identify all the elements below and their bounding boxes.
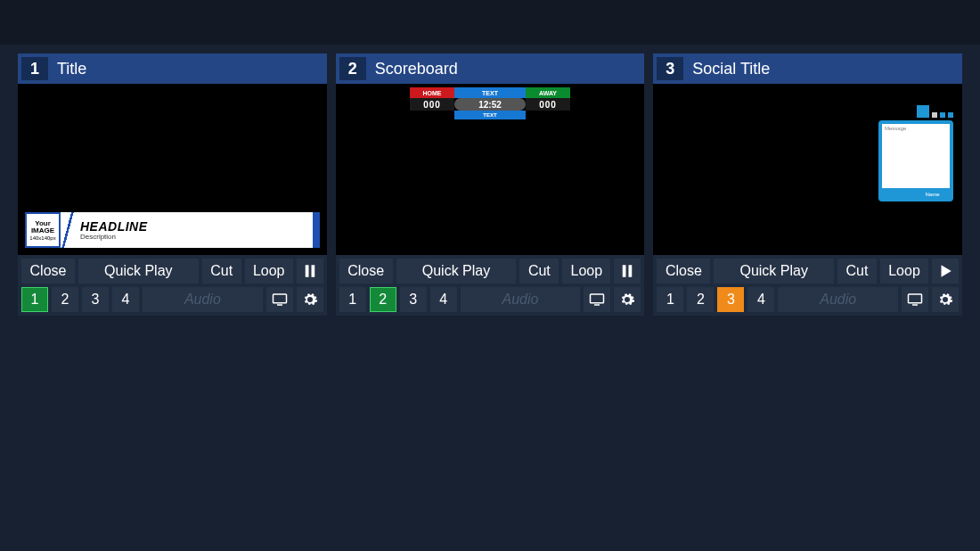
lt-img-line3: 140x140px	[29, 235, 55, 241]
display-button[interactable]	[902, 287, 928, 312]
preset-3-button[interactable]: 3	[400, 287, 427, 312]
close-button[interactable]: Close	[657, 259, 710, 284]
settings-button[interactable]	[614, 287, 641, 312]
svg-rect-9	[912, 304, 918, 306]
display-button[interactable]	[266, 287, 293, 312]
lt-description: Description	[80, 233, 313, 241]
controls-row-1: Close Quick Play Cut Loop	[18, 255, 327, 285]
lower-third-image-placeholder: Your IMAGE 140x140px	[25, 212, 61, 248]
lower-third: Your IMAGE 140x140px HEADLINE Descriptio…	[25, 212, 320, 248]
pause-button[interactable]	[297, 259, 323, 284]
pause-button[interactable]	[614, 259, 641, 284]
audio-button[interactable]: Audio	[143, 287, 263, 312]
preset-4-button[interactable]: 4	[430, 287, 457, 312]
social-widget: Message Name	[878, 103, 953, 201]
controls-row-2: 1 2 3 4 Audio	[336, 285, 645, 316]
close-button[interactable]: Close	[21, 259, 75, 284]
away-label: AWAY	[526, 87, 570, 98]
svg-rect-5	[629, 265, 633, 277]
controls-row-2: 1 2 3 4 Audio	[653, 285, 962, 316]
social-box: Message Name	[878, 120, 953, 201]
quick-play-button[interactable]: Quick Play	[78, 259, 199, 284]
social-dot-gray	[932, 112, 937, 118]
panel-title: Social Title	[692, 60, 770, 78]
loop-button[interactable]: Loop	[562, 259, 610, 284]
svg-rect-2	[273, 294, 286, 303]
gear-icon	[619, 292, 635, 308]
preset-3-button[interactable]: 3	[82, 287, 109, 312]
svg-rect-8	[909, 294, 922, 303]
quick-play-button[interactable]: Quick Play	[396, 259, 517, 284]
svg-rect-7	[594, 304, 600, 306]
panel-number: 2	[339, 57, 366, 80]
preview-area[interactable]: Your IMAGE 140x140px HEADLINE Descriptio…	[18, 84, 327, 255]
gear-icon	[302, 292, 318, 308]
lt-headline: HEADLINE	[80, 220, 313, 233]
preset-1-button[interactable]: 1	[21, 287, 48, 312]
panel-header[interactable]: 1 Title	[18, 53, 327, 84]
social-name: Name	[918, 191, 947, 198]
cut-button[interactable]: Cut	[837, 259, 877, 284]
preset-2-button[interactable]: 2	[52, 287, 78, 312]
panel-number: 1	[21, 57, 48, 80]
social-message: Message	[882, 124, 950, 188]
cut-button[interactable]: Cut	[519, 259, 559, 284]
panel-header[interactable]: 3 Social Title	[653, 53, 962, 84]
social-dot-blue	[940, 112, 945, 118]
lt-body: HEADLINE Description	[75, 212, 313, 248]
cut-button[interactable]: Cut	[202, 259, 241, 284]
away-score: 000	[526, 98, 570, 111]
game-clock: 12:52	[454, 98, 526, 111]
panel-header[interactable]: 2 Scoreboard	[336, 53, 645, 84]
panels-row: 1 Title Your IMAGE 140x140px HEADLINE De…	[0, 53, 980, 316]
panel-2: 2 Scoreboard HOME TEXT AWAY 000 12:52 00…	[336, 53, 645, 316]
monitor-icon	[589, 292, 605, 308]
controls-row-1: Close Quick Play Cut Loop	[653, 255, 962, 285]
preview-area[interactable]: Message Name	[653, 84, 962, 255]
loop-button[interactable]: Loop	[245, 259, 293, 284]
preset-1-button[interactable]: 1	[657, 287, 683, 312]
svg-rect-4	[623, 265, 626, 277]
close-button[interactable]: Close	[339, 259, 393, 284]
gear-icon	[937, 292, 953, 308]
preset-2-button[interactable]: 2	[370, 287, 396, 312]
preset-1-button[interactable]: 1	[339, 287, 366, 312]
play-icon	[937, 263, 953, 279]
pause-icon	[619, 263, 635, 279]
monitor-icon	[907, 292, 923, 308]
settings-button[interactable]	[297, 287, 323, 312]
svg-rect-1	[311, 265, 314, 277]
audio-button[interactable]: Audio	[461, 287, 581, 312]
sbd-text-bottom: TEXT	[454, 111, 526, 119]
panel-title: Title	[57, 60, 86, 78]
play-button[interactable]	[932, 259, 959, 284]
sbd-text-top: TEXT	[454, 87, 526, 98]
display-button[interactable]	[584, 287, 610, 312]
panel-number: 3	[657, 57, 683, 80]
svg-rect-6	[591, 294, 604, 303]
preset-3-button[interactable]: 3	[717, 287, 744, 312]
social-square-icon	[917, 105, 929, 118]
lt-slant-decoration	[61, 212, 75, 248]
preset-4-button[interactable]: 4	[747, 287, 774, 312]
quick-play-button[interactable]: Quick Play	[714, 259, 834, 284]
social-dots	[878, 103, 953, 118]
svg-rect-3	[277, 304, 282, 306]
loop-button[interactable]: Loop	[880, 259, 928, 284]
audio-button[interactable]: Audio	[778, 287, 898, 312]
preset-4-button[interactable]: 4	[112, 287, 139, 312]
settings-button[interactable]	[932, 287, 959, 312]
panel-3: 3 Social Title Message Name Close Quick …	[653, 53, 962, 316]
preset-2-button[interactable]: 2	[687, 287, 714, 312]
preview-area[interactable]: HOME TEXT AWAY 000 12:52 000 TEXT	[336, 84, 645, 255]
lt-end-bar	[313, 212, 320, 248]
home-score: 000	[410, 98, 454, 111]
social-dot-blue	[948, 112, 953, 118]
home-label: HOME	[410, 87, 454, 98]
controls-row-2: 1 2 3 4 Audio	[18, 285, 327, 316]
app-top-bar	[0, 0, 980, 45]
monitor-icon	[272, 292, 288, 308]
svg-rect-0	[305, 265, 308, 277]
panel-1: 1 Title Your IMAGE 140x140px HEADLINE De…	[18, 53, 327, 316]
lt-img-line2: IMAGE	[31, 227, 54, 234]
